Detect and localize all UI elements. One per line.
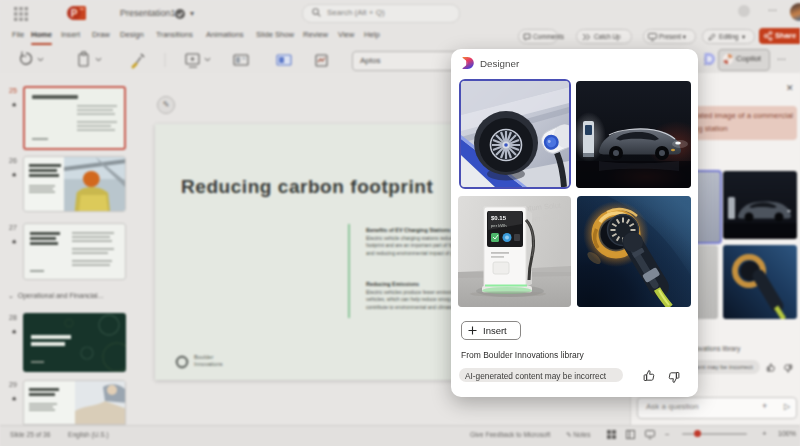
svg-text:per kWh: per kWh: [491, 223, 507, 228]
svg-text:$0.15: $0.15: [491, 215, 507, 221]
svg-text:P: P: [71, 8, 78, 19]
